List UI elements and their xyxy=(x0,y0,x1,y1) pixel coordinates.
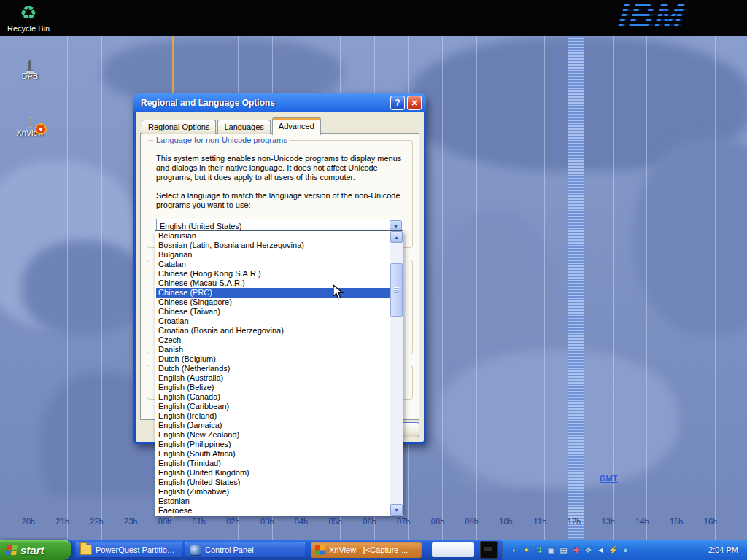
tray-display-icon[interactable]: ▣ xyxy=(545,545,557,555)
timezone-label: 08h xyxy=(427,517,449,526)
tray-clock-icon[interactable]: ● xyxy=(619,545,632,554)
tab-advanced[interactable]: Advanced xyxy=(272,117,321,135)
list-item[interactable]: English (Zimbabwe) xyxy=(156,487,390,497)
task-button-label: Control Panel xyxy=(205,545,254,554)
list-item[interactable]: Danish xyxy=(156,345,390,354)
tray-grid-icon[interactable]: ▤ xyxy=(557,545,570,555)
taskbar-button-powerquest[interactable]: PowerQuest Partition... xyxy=(76,542,182,558)
timezone-label: 05h xyxy=(325,517,347,526)
system-tray-icons: ◗✦⇅▣▤✚❖◄⚡● xyxy=(508,545,632,555)
list-item[interactable]: English (Trinidad) xyxy=(156,459,390,468)
list-item[interactable]: English (Caribbean) xyxy=(156,402,390,411)
mouse-cursor xyxy=(333,284,347,300)
xnview-icon xyxy=(315,545,325,555)
list-item[interactable]: Chinese (Macau S.A.R.) xyxy=(156,279,390,288)
list-item[interactable]: English (Ireland) xyxy=(156,411,390,421)
taskbar: start PowerQuest Partition... Control Pa… xyxy=(0,540,747,560)
taskbar-black-icon[interactable] xyxy=(480,541,498,559)
timezone-label: 04h xyxy=(290,517,312,526)
list-item[interactable]: English (Australia) xyxy=(156,373,390,383)
tray-network-icon[interactable]: ◗ xyxy=(508,545,520,554)
list-item[interactable]: Bulgarian xyxy=(156,250,390,260)
timezone-label: 15h xyxy=(665,517,687,526)
list-item[interactable]: Chinese (PRC) xyxy=(156,288,390,298)
task-button-label: XnView - [<Capture-... xyxy=(329,545,408,554)
recycle-bin-desktop-icon[interactable]: ♻ Recycle Bin xyxy=(3,2,54,33)
combobox-value: English (United States) xyxy=(157,222,390,230)
taskbar-mini-button[interactable]: ---- xyxy=(432,542,474,557)
xnview-desktop-icon[interactable]: XnView xyxy=(4,118,55,137)
list-item[interactable]: Estonian xyxy=(156,497,390,506)
folder-icon xyxy=(80,545,92,555)
list-item[interactable]: Chinese (Hong Kong S.A.R.) xyxy=(156,269,390,279)
list-item[interactable]: English (Philippines) xyxy=(156,440,390,449)
tray-power-icon[interactable]: ⚡ xyxy=(607,545,619,555)
tray-alert-icon[interactable]: ✚ xyxy=(570,545,582,555)
list-item[interactable]: English (United Kingdom) xyxy=(156,468,390,478)
recycle-icon: ♻ xyxy=(3,2,54,23)
system-tray: ◗✦⇅▣▤✚❖◄⚡● 2:04 PM xyxy=(502,540,747,560)
taskbar-button-xnview[interactable]: XnView - [<Capture-... xyxy=(311,542,422,558)
listbox-items: BelarusianBosnian (Latin, Bosnia and Her… xyxy=(156,231,390,516)
timezone-label: 20h xyxy=(18,517,39,526)
desktop: 20h21h22h23h00h01h02h03h04h05h06h07h08h0… xyxy=(0,0,747,560)
list-item[interactable]: Belarusian xyxy=(156,231,390,241)
timezone-label: 01h xyxy=(188,517,210,526)
tray-app-icon[interactable]: ❖ xyxy=(582,545,595,555)
list-item[interactable]: English (Canada) xyxy=(156,392,390,402)
list-item[interactable]: Croatian xyxy=(156,316,390,326)
timezone-label: 03h xyxy=(256,517,278,526)
windows-flag-icon xyxy=(5,545,18,555)
timezone-label: 14h xyxy=(632,517,654,526)
dialog-title: Regional and Language Options xyxy=(141,98,388,108)
taskbar-button-control-panel[interactable]: Control Panel xyxy=(185,542,305,558)
scroll-down-icon[interactable]: ▼ xyxy=(390,504,403,516)
list-item[interactable]: Faeroese xyxy=(156,506,390,516)
list-item[interactable]: Bosnian (Latin, Bosnia and Herzegovina) xyxy=(156,241,390,250)
laptop-icon xyxy=(28,60,31,71)
list-item[interactable]: Czech xyxy=(156,335,390,345)
control-panel-icon xyxy=(190,545,201,556)
close-button[interactable]: ✕ xyxy=(407,96,422,110)
list-item[interactable]: Dutch (Netherlands) xyxy=(156,364,390,373)
group-paragraph: This system setting enables non-Unicode … xyxy=(156,154,403,182)
timezone-label: 16h xyxy=(700,517,721,526)
help-button[interactable]: ? xyxy=(390,96,405,110)
timezone-label: 22h xyxy=(86,517,108,526)
task-button-label: PowerQuest Partition... xyxy=(96,545,178,554)
tab-regional-options[interactable]: Regional Options xyxy=(142,120,216,134)
listbox-scrollbar[interactable]: ▲ ▼ xyxy=(390,231,403,516)
timezone-label: 09h xyxy=(461,517,483,526)
tray-security-icon[interactable]: ✦ xyxy=(520,545,533,555)
group-paragraph: Select a language to match the language … xyxy=(156,191,403,210)
language-dropdown-list[interactable]: BelarusianBosnian (Latin, Bosnia and Her… xyxy=(155,230,403,516)
list-item[interactable]: Catalan xyxy=(156,260,390,269)
group-caption: Language for non-Unicode programs xyxy=(153,136,290,144)
list-item[interactable]: English (Belize) xyxy=(156,383,390,392)
gmt-label: GMT xyxy=(600,474,617,483)
timezone-label: 21h xyxy=(52,517,74,526)
tab-languages[interactable]: Languages xyxy=(217,120,270,134)
list-item[interactable]: English (United States) xyxy=(156,478,390,487)
timezone-label: 10h xyxy=(495,517,517,526)
scroll-up-icon[interactable]: ▲ xyxy=(390,231,403,243)
list-item[interactable]: English (Jamaica) xyxy=(156,421,390,430)
tray-volume-icon[interactable]: ◄ xyxy=(595,545,607,554)
timezone-label: 13h xyxy=(597,517,619,526)
list-item[interactable]: English (South Africa) xyxy=(156,449,390,459)
timezone-label: 11h xyxy=(529,517,551,526)
timezone-label: 07h xyxy=(392,517,414,526)
tray-sync-icon[interactable]: ⇅ xyxy=(533,545,545,555)
list-item[interactable]: Chinese (Taiwan) xyxy=(156,307,390,316)
taskbar-clock[interactable]: 2:04 PM xyxy=(708,545,747,554)
top-banner: ♻ Recycle Bin IBM xyxy=(0,0,747,36)
list-item[interactable]: English (New Zealand) xyxy=(156,430,390,440)
list-item[interactable]: Croatian (Bosnia and Herzegovina) xyxy=(156,326,390,335)
scrollbar-thumb[interactable] xyxy=(390,263,403,317)
list-item[interactable]: Chinese (Singapore) xyxy=(156,298,390,307)
start-button[interactable]: start xyxy=(0,540,71,560)
dpb-desktop-icon[interactable]: DPB xyxy=(4,61,55,80)
ibm-logo: IBM xyxy=(619,0,684,35)
dialog-titlebar[interactable]: Regional and Language Options ? ✕ xyxy=(136,93,424,112)
list-item[interactable]: Dutch (Belgium) xyxy=(156,354,390,364)
